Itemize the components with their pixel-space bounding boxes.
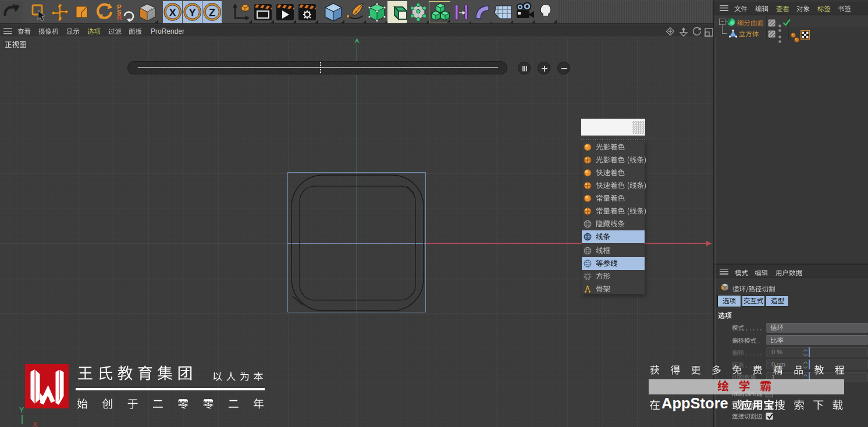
svg-text:Y: Y (189, 6, 197, 19)
svg-text:Z: Z (209, 6, 215, 19)
svg-text:X: X (169, 6, 177, 19)
svg-text:R: R (117, 14, 122, 21)
